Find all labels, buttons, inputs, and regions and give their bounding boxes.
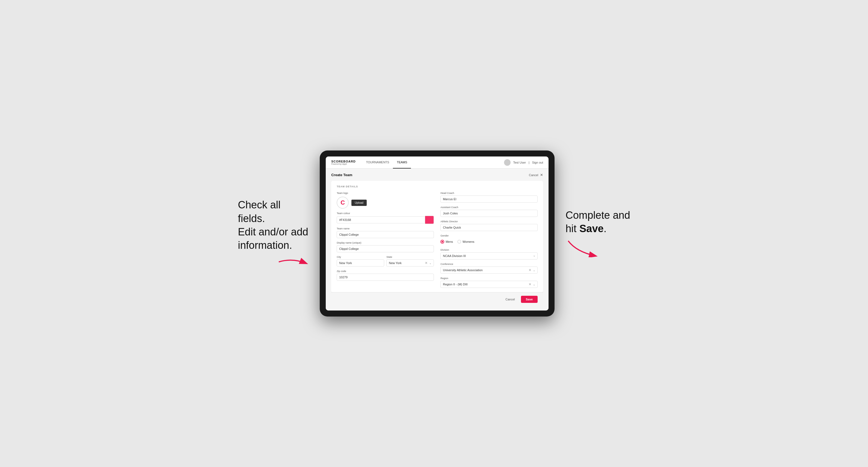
athletic-director-group: Athletic Director [440,220,538,231]
division-label: Division [440,249,538,251]
cancel-button[interactable]: Cancel [502,296,518,303]
tablet-device: SCOREBOARD Powered by clippit TOURNAMENT… [320,151,555,316]
modal-title: Create Team [331,173,352,177]
team-logo-preview: C [337,197,349,209]
display-name-group: Display name (unique) [337,242,434,252]
division-select-wrapper: NCAA Division III [440,252,538,259]
gender-mens-radio[interactable] [440,240,444,244]
division-group: Division NCAA Division III [440,249,538,259]
annotation-line3: information. [238,240,292,251]
head-coach-label: Head Coach [440,192,538,194]
nav-teams[interactable]: TEAMS [393,156,411,168]
left-annotation: Check all fields. Edit and/or add inform… [238,198,309,269]
region-chevron-icon: ⌄ [532,283,536,286]
left-arrow-icon [276,255,309,269]
team-name-group: Team name [337,227,434,238]
user-name: Test User [513,161,526,164]
city-group: City [337,256,384,267]
user-separator: | [529,161,529,164]
state-chevron-icon: ⌄ [429,261,432,264]
state-group: State New York ✕ ⌄ [386,256,434,267]
display-name-input[interactable] [337,245,434,252]
conference-label: Conference [440,263,538,266]
city-state-row: City State New York ✕ ⌄ [337,256,434,267]
annotation-text-right: Complete and hit Save. [565,209,630,236]
assistant-coach-input[interactable] [440,210,538,217]
team-name-label: Team name [337,227,434,230]
team-name-input[interactable] [337,231,434,238]
state-label: State [386,256,434,258]
city-state-group: City State New York ✕ ⌄ [337,256,434,267]
cancel-top-label: Cancel [529,174,538,177]
annotation-right-line2: hit Save. [565,223,607,234]
annotation-text-left: Check all fields. Edit and/or add inform… [238,198,309,252]
section-title: TEAM DETAILS [337,185,538,188]
form-right-col: Head Coach Assistant Coach Athletic Dire… [440,192,538,288]
conference-value: University Athletic Association [443,267,528,273]
gender-radio-group: Mens Womens [440,238,538,245]
region-value: Region II - (M) DIII [443,281,528,287]
navbar: SCOREBOARD Powered by clippit TOURNAMENT… [326,156,549,168]
zip-label: Zip code [337,270,434,273]
athletic-director-input[interactable] [440,224,538,231]
nav-right: Test User | Sign out [504,159,544,166]
assistant-coach-label: Assistant Coach [440,206,538,209]
app-logo: SCOREBOARD Powered by clippit [331,160,355,165]
conference-chevron-icon: ⌄ [532,269,536,272]
gender-mens-option[interactable]: Mens [440,240,453,244]
team-colour-input[interactable] [337,216,425,223]
gender-mens-label: Mens [445,240,453,243]
gender-label: Gender [440,234,538,237]
assistant-coach-group: Assistant Coach [440,206,538,217]
main-layout: Check all fields. Edit and/or add inform… [238,151,630,316]
zip-input[interactable] [337,274,434,281]
user-avatar [504,159,510,166]
conference-select-wrapper[interactable]: University Athletic Association ✕ ⌄ [440,267,538,274]
state-select-wrapper[interactable]: New York ✕ ⌄ [386,259,434,267]
tablet-screen: SCOREBOARD Powered by clippit TOURNAMENT… [326,156,549,311]
close-icon: ✕ [540,173,543,177]
head-coach-input[interactable] [440,195,538,203]
gender-group: Gender Mens Womens [440,234,538,245]
modal-area: Create Team Cancel ✕ TEAM DETAILS [326,168,549,311]
nav-items: TOURNAMENTS TEAMS [362,156,504,168]
state-clear-button[interactable]: ✕ [424,261,429,265]
athletic-director-label: Athletic Director [440,220,538,223]
annotation-right-line1: Complete and [565,210,630,221]
city-input[interactable] [337,259,384,267]
division-select[interactable]: NCAA Division III [440,252,538,259]
save-bold: Save [579,223,604,234]
gender-womens-radio[interactable] [457,240,461,244]
modal-cancel-top-button[interactable]: Cancel ✕ [529,173,543,177]
form-container: TEAM DETAILS Team logo C [331,181,543,292]
gender-womens-label: Womens [463,240,474,243]
display-name-label: Display name (unique) [337,242,434,244]
region-group: Region Region II - (M) DIII ✕ ⌄ [440,277,538,288]
team-colour-group: Team colour [337,212,434,224]
conference-group: Conference University Athletic Associati… [440,263,538,274]
city-label: City [337,256,384,258]
annotation-line1: Check all fields. [238,199,280,224]
modal-header: Create Team Cancel ✕ [331,173,543,177]
save-button[interactable]: Save [521,296,538,303]
color-swatch[interactable] [425,216,434,224]
signout-button[interactable]: Sign out [532,161,543,164]
upload-button[interactable]: Upload [351,199,367,206]
gender-womens-option[interactable]: Womens [457,240,474,244]
region-label: Region [440,277,538,280]
nav-tournaments[interactable]: TOURNAMENTS [362,156,393,168]
color-input-row [337,216,434,224]
region-clear-button[interactable]: ✕ [528,282,532,286]
right-arrow-icon [565,238,598,257]
logo-row: C Upload [337,197,434,209]
team-logo-letter: C [340,199,345,206]
state-value: New York [389,260,424,266]
right-annotation: Complete and hit Save. [565,209,630,259]
logo-subtext: Powered by clippit [331,163,355,165]
logo-text: SCOREBOARD [331,160,355,163]
zip-group: Zip code [337,270,434,281]
team-logo-label: Team logo [337,192,434,194]
conference-clear-button[interactable]: ✕ [528,268,532,272]
region-select-wrapper[interactable]: Region II - (M) DIII ✕ ⌄ [440,281,538,288]
team-colour-label: Team colour [337,212,434,215]
